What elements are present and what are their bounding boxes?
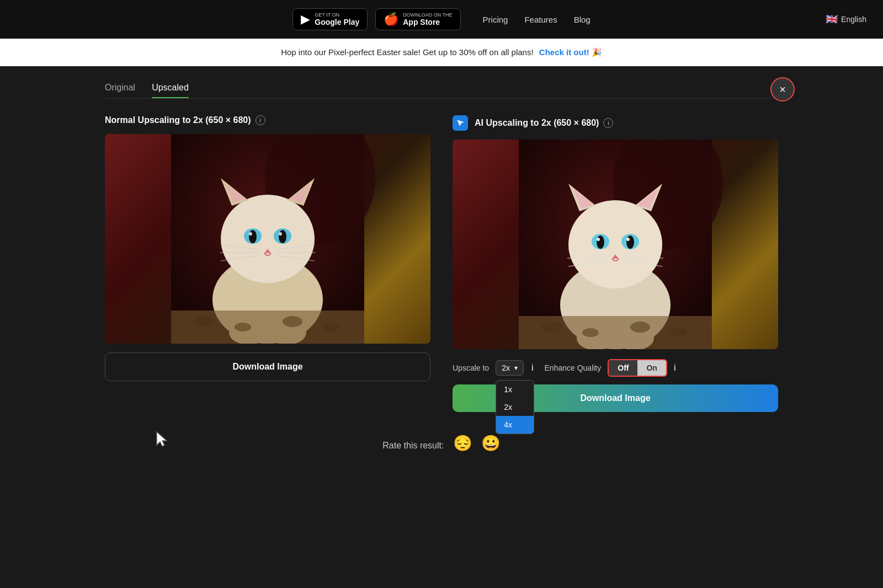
top-nav: ▶ GET IT ON Google Play 🍎 Download on th… [0, 0, 883, 39]
upscale-current-value: 2x [502, 364, 510, 372]
svg-point-55 [671, 328, 687, 337]
normal-image-frame [105, 134, 430, 344]
svg-point-54 [630, 322, 650, 333]
chevron-down-icon: ▾ [514, 364, 518, 372]
nav-pricing[interactable]: Pricing [483, 15, 508, 24]
svg-point-25 [235, 323, 251, 332]
upscale-dropdown: 1x 2x 4x [496, 380, 534, 434]
upscale-select[interactable]: 2x ▾ [496, 360, 524, 376]
toggle-on-button[interactable]: On [637, 360, 666, 376]
toggle-off-button[interactable]: Off [609, 360, 637, 376]
announcement-bar: Hop into our Pixel-perfect Easter sale! … [0, 39, 883, 66]
svg-point-26 [283, 316, 302, 327]
svg-point-10 [249, 230, 257, 243]
upscale-select-wrapper: 2x ▾ 1x 2x 4x [496, 360, 524, 376]
apple-icon: 🍎 [384, 12, 398, 26]
ai-cat-image [453, 140, 778, 349]
enhance-info-icon[interactable]: i [674, 363, 676, 373]
tab-original[interactable]: Original [105, 83, 135, 98]
svg-point-39 [626, 236, 634, 249]
dropdown-item-4x[interactable]: 4x [496, 416, 534, 434]
sad-emoji[interactable]: 😔 [453, 435, 472, 452]
rate-emojis: 😔 😀 [453, 435, 501, 452]
svg-point-31 [568, 200, 662, 288]
svg-point-38 [597, 236, 604, 249]
ai-image-frame [453, 140, 778, 349]
app-store-get-it: Download on the [403, 12, 452, 18]
close-icon: × [779, 83, 786, 96]
google-play-button[interactable]: ▶ GET IT ON Google Play [292, 8, 368, 30]
normal-cat-image [105, 134, 430, 344]
tab-upscaled[interactable]: Upscaled [152, 83, 189, 98]
app-store-button[interactable]: 🍎 Download on the App Store [375, 8, 460, 30]
announcement-text: Hop into our Pixel-perfect Easter sale! … [281, 47, 533, 57]
ai-info-icon[interactable]: i [603, 118, 613, 128]
ai-upscale-icon [453, 115, 468, 131]
google-play-icon: ▶ [301, 12, 310, 26]
language-button[interactable]: 🇬🇧 English [826, 13, 866, 25]
upscale-label: Upscale to [453, 364, 489, 372]
google-play-name: Google Play [315, 18, 359, 26]
svg-point-13 [279, 232, 282, 236]
tabs: Original Upscaled [105, 83, 778, 99]
normal-upscale-column: Normal Upscaling to 2x (650 × 680) i [105, 115, 430, 412]
close-button[interactable]: × [770, 77, 795, 101]
nav-links: Pricing Features Blog [483, 15, 591, 24]
svg-point-3 [221, 195, 315, 283]
enhance-label: Enhance Quality [545, 364, 602, 372]
enhance-quality-toggle: Off On [608, 359, 667, 377]
nav-blog[interactable]: Blog [574, 15, 591, 24]
dropdown-item-1x[interactable]: 1x [496, 381, 534, 398]
svg-point-27 [323, 323, 339, 332]
dropdown-item-2x[interactable]: 2x [496, 398, 534, 416]
cat-svg-normal [105, 134, 430, 344]
language-label: English [841, 15, 866, 24]
controls-row: Upscale to 2x ▾ 1x 2x 4x i Enhance Qual [453, 359, 778, 377]
svg-point-24 [194, 316, 214, 327]
store-buttons: ▶ GET IT ON Google Play 🍎 Download on th… [292, 8, 460, 30]
svg-point-11 [279, 230, 286, 243]
main-container: × Original Upscaled Normal Upscaling to … [83, 66, 800, 485]
normal-download-button[interactable]: Download Image [105, 352, 430, 381]
content-columns: Normal Upscaling to 2x (650 × 680) i [105, 115, 778, 412]
nav-features[interactable]: Features [524, 15, 557, 24]
google-play-get-it: GET IT ON [315, 12, 359, 18]
google-play-text: GET IT ON Google Play [315, 12, 359, 26]
rate-label: Rate this result: [382, 441, 444, 450]
ai-upscale-title: AI Upscaling to 2x (650 × 680) i [453, 115, 778, 131]
svg-point-40 [597, 238, 600, 241]
happy-emoji[interactable]: 😀 [481, 435, 501, 452]
announcement-link[interactable]: Check it out! [539, 47, 589, 57]
normal-upscale-title: Normal Upscaling to 2x (650 × 680) i [105, 115, 430, 125]
svg-point-53 [582, 328, 599, 337]
cat-svg-ai [453, 140, 778, 349]
normal-info-icon[interactable]: i [256, 115, 265, 125]
svg-point-12 [249, 232, 252, 236]
flag-icon: 🇬🇧 [826, 13, 838, 25]
app-store-text: Download on the App Store [403, 12, 452, 26]
svg-point-52 [542, 322, 562, 333]
upscale-info-icon[interactable]: i [531, 363, 534, 373]
app-store-name: App Store [403, 18, 452, 26]
rate-section: Rate this result: 😔 😀 [105, 434, 778, 452]
announcement-emoji: 🎉 [592, 47, 602, 57]
ai-upscale-column: AI Upscaling to 2x (650 × 680) i [453, 115, 778, 412]
svg-point-41 [626, 238, 630, 241]
